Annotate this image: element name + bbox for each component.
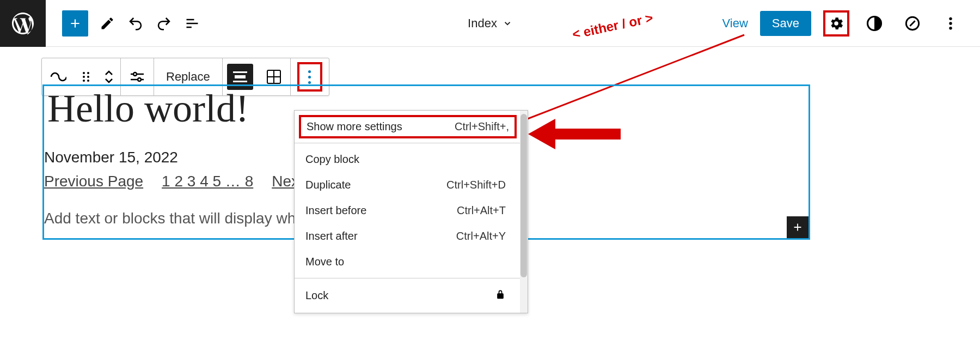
svg-rect-17 [233, 71, 247, 73]
add-block-button[interactable] [62, 10, 88, 37]
svg-point-7 [83, 72, 85, 74]
more-options-icon[interactable] [938, 10, 964, 37]
annotation-arrow [528, 119, 621, 151]
menu-item-copy-block[interactable]: Copy block [295, 147, 528, 172]
svg-point-12 [87, 80, 89, 82]
styles-icon[interactable] [861, 10, 887, 37]
move-arrows-icon[interactable] [97, 70, 120, 84]
svg-rect-19 [233, 81, 247, 82]
menu-scrollbar[interactable] [520, 111, 528, 313]
help-icon[interactable] [899, 10, 926, 37]
prev-page-link[interactable]: Previous Page [44, 173, 143, 190]
svg-point-4 [949, 17, 952, 20]
undo-icon[interactable] [126, 14, 145, 33]
svg-point-10 [87, 76, 89, 78]
template-label: Index [468, 16, 497, 31]
filters-icon[interactable] [121, 70, 154, 83]
replace-button[interactable]: Replace [154, 70, 222, 84]
menu-item-insert-after[interactable]: Insert after Ctrl+Alt+Y [295, 223, 528, 249]
settings-gear-icon[interactable] [823, 10, 849, 37]
svg-rect-23 [550, 129, 621, 139]
svg-point-16 [138, 78, 141, 81]
svg-point-14 [133, 72, 137, 76]
svg-point-5 [949, 22, 952, 25]
wordpress-logo[interactable] [0, 0, 46, 47]
block-type-icon[interactable] [42, 71, 75, 82]
svg-line-3 [910, 21, 915, 26]
svg-marker-24 [528, 119, 555, 149]
add-block-inline-button[interactable] [787, 216, 808, 238]
redo-icon[interactable] [155, 14, 173, 33]
drag-handle-icon[interactable] [75, 70, 97, 83]
page-numbers[interactable]: 1 2 3 4 5 … 8 [162, 173, 253, 190]
menu-item-show-more-settings[interactable]: Show more settings Ctrl+Shift+, [299, 115, 517, 138]
menu-item-move-to[interactable]: Move to [295, 249, 528, 275]
menu-item-lock[interactable]: Lock [295, 282, 528, 310]
toolbar-left [46, 10, 201, 37]
svg-point-8 [87, 72, 89, 74]
svg-point-6 [949, 26, 952, 29]
view-link[interactable]: View [722, 16, 748, 31]
template-selector[interactable]: Index [468, 16, 512, 31]
svg-rect-18 [235, 75, 246, 78]
save-button[interactable]: Save [760, 11, 811, 36]
block-options-menu: Show more settings Ctrl+Shift+, Copy blo… [294, 110, 528, 313]
svg-point-9 [83, 76, 85, 78]
chevron-down-icon [503, 19, 512, 28]
grid-icon[interactable] [258, 69, 290, 84]
toolbar-right: View Save [722, 10, 980, 37]
edit-icon[interactable] [98, 14, 117, 33]
lock-icon [495, 288, 506, 303]
svg-point-11 [83, 80, 85, 82]
list-view-icon[interactable] [183, 14, 201, 33]
top-toolbar: Index View Save [0, 0, 980, 47]
menu-item-duplicate[interactable]: Duplicate Ctrl+Shift+D [295, 172, 528, 198]
menu-item-insert-before[interactable]: Insert before Ctrl+Alt+T [295, 198, 528, 223]
